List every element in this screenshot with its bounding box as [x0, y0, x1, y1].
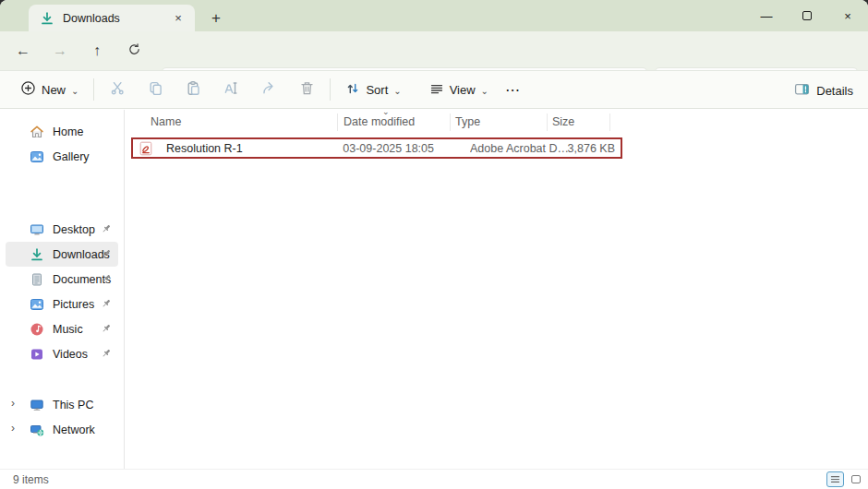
copy-icon — [148, 80, 163, 100]
sort-button-label: Sort — [366, 83, 388, 97]
column-divider[interactable] — [450, 113, 451, 131]
column-header-size[interactable]: Size — [552, 110, 574, 134]
sidebar-item-label: Home — [53, 125, 83, 138]
forward-button[interactable]: → — [46, 38, 74, 64]
column-divider[interactable] — [547, 113, 548, 131]
column-divider[interactable] — [609, 113, 610, 131]
view-button[interactable]: View ⌄ — [422, 77, 496, 103]
minimize-button[interactable]: — — [746, 0, 787, 31]
file-size: 3,876 KB — [528, 142, 615, 155]
network-icon — [30, 423, 44, 437]
details-pane-icon — [794, 81, 810, 100]
sidebar-item-network[interactable]: › Network — [6, 417, 118, 442]
pin-icon — [100, 297, 113, 310]
sidebar-item-music[interactable]: Music — [6, 316, 118, 341]
pin-icon — [100, 247, 113, 260]
sidebar-spacer — [0, 169, 124, 217]
command-toolbar: New ⌄ — [0, 70, 868, 109]
file-explorer-window: Downloads × + — × ← → ↑ › Downloads — [0, 0, 868, 489]
chevron-down-icon: ⌄ — [71, 86, 78, 96]
sidebar-item-label: Music — [53, 323, 83, 336]
file-date-modified: 03-09-2025 18:05 — [305, 142, 434, 155]
maximize-icon — [802, 11, 812, 20]
home-icon — [30, 125, 44, 139]
trash-icon — [299, 80, 315, 100]
sidebar-item-label: Pictures — [53, 298, 94, 311]
this-pc-icon — [30, 398, 44, 412]
close-button[interactable]: × — [827, 0, 868, 31]
toolbar-divider — [330, 78, 331, 101]
sidebar-item-home[interactable]: Home — [6, 119, 118, 144]
status-bar: 9 items — [0, 469, 868, 489]
file-row-resolution-r-1[interactable]: Resolution R-1 03-09-2025 18:05 Adobe Ac… — [131, 137, 622, 159]
copy-button[interactable] — [139, 76, 171, 103]
expand-chevron-icon[interactable]: › — [11, 397, 15, 410]
sidebar-item-label: This PC — [53, 399, 93, 411]
cut-icon — [110, 80, 126, 100]
sidebar-item-documents[interactable]: Documents — [6, 267, 118, 292]
sidebar-item-this-pc[interactable]: › This PC — [6, 392, 118, 417]
refresh-button[interactable] — [120, 38, 148, 64]
column-header-date-modified[interactable]: Date modified — [344, 110, 415, 134]
downloads-icon — [40, 11, 54, 26]
details-view-toggle[interactable] — [826, 471, 844, 487]
pictures-icon — [30, 297, 44, 312]
share-button[interactable] — [253, 76, 284, 103]
back-button[interactable]: ← — [9, 38, 37, 64]
sort-icon — [345, 81, 360, 99]
up-button[interactable]: ↑ — [83, 38, 111, 64]
desktop-icon — [30, 222, 44, 237]
sidebar-item-downloads[interactable]: Downloads — [6, 242, 118, 267]
sidebar-item-gallery[interactable]: Gallery — [6, 144, 118, 169]
rename-icon — [223, 80, 239, 100]
rename-button[interactable] — [215, 76, 247, 103]
expand-chevron-icon[interactable]: › — [11, 422, 15, 435]
sidebar-spacer — [0, 366, 124, 392]
navigation-pane: Home Gallery Desktop Downloads — [0, 110, 125, 469]
pdf-file-icon — [139, 141, 153, 156]
sort-direction-icon: ⌄ — [382, 107, 390, 116]
file-name: Resolution R-1 — [166, 142, 243, 155]
new-tab-button[interactable]: + — [205, 7, 227, 30]
tab-close-button[interactable]: × — [169, 9, 187, 28]
pin-icon — [100, 322, 113, 335]
sidebar-item-desktop[interactable]: Desktop — [6, 217, 118, 242]
paste-button[interactable] — [177, 76, 209, 103]
explorer-tab-downloads[interactable]: Downloads × — [29, 5, 195, 31]
navigation-bar: ← → ↑ › Downloads — [0, 31, 868, 70]
sidebar-item-videos[interactable]: Videos — [6, 341, 118, 366]
maximize-button[interactable] — [787, 0, 827, 31]
column-header-type[interactable]: Type — [455, 110, 480, 134]
details-pane-button[interactable]: Details — [794, 71, 853, 110]
file-list-pane: Name Date modified ⌄ Type Size Resolutio… — [126, 110, 868, 469]
view-icon — [429, 81, 444, 99]
delete-button[interactable] — [291, 76, 322, 103]
sidebar-item-label: Gallery — [53, 150, 90, 163]
details-pane-label: Details — [816, 84, 853, 98]
videos-icon — [30, 347, 44, 362]
downloads-icon — [30, 247, 44, 262]
chevron-down-icon: ⌄ — [481, 86, 488, 96]
icons-view-toggle[interactable] — [847, 471, 864, 487]
music-icon — [30, 322, 44, 337]
sidebar-item-label: Network — [53, 423, 95, 436]
pin-icon — [100, 222, 113, 235]
icons-view-icon — [851, 475, 861, 483]
share-icon — [261, 80, 277, 100]
sidebar-item-label: Videos — [53, 348, 88, 361]
new-button[interactable]: New ⌄ — [13, 76, 86, 103]
column-header-name[interactable]: Name — [151, 110, 181, 134]
item-count: 9 items — [13, 473, 49, 486]
new-button-label: New — [42, 83, 66, 97]
sidebar-item-pictures[interactable]: Pictures — [6, 292, 118, 316]
chevron-down-icon: ⌄ — [393, 86, 401, 96]
tab-title: Downloads — [63, 12, 169, 25]
view-button-label: View — [450, 83, 476, 97]
cut-button[interactable] — [102, 76, 133, 103]
more-options-button[interactable]: ⋯ — [496, 81, 530, 99]
sort-button[interactable]: Sort ⌄ — [338, 77, 408, 103]
column-divider[interactable] — [337, 113, 338, 131]
toolbar-divider — [93, 78, 94, 101]
pin-icon — [100, 347, 113, 360]
sidebar-item-label: Desktop — [53, 223, 95, 236]
